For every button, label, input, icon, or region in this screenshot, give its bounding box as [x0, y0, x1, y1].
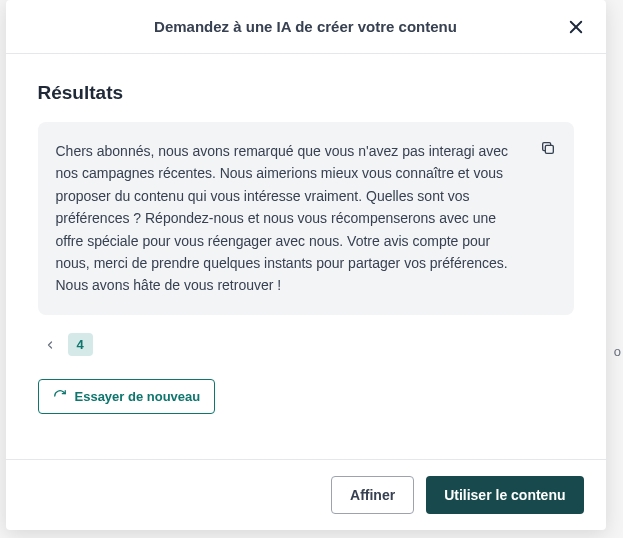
modal-title: Demandez à une IA de créer votre contenu: [154, 18, 457, 35]
refresh-icon: [53, 389, 67, 403]
page-prev-button[interactable]: [38, 333, 62, 357]
result-card: Chers abonnés, nous avons remarqué que v…: [38, 122, 574, 315]
svg-rect-2: [545, 145, 553, 153]
ai-content-modal: Demandez à une IA de créer votre contenu…: [6, 0, 606, 530]
use-content-button[interactable]: Utiliser le contenu: [426, 476, 583, 514]
pagination: 4: [38, 333, 574, 357]
retry-label: Essayer de nouveau: [75, 389, 201, 404]
refine-button[interactable]: Affiner: [331, 476, 414, 514]
copy-icon: [540, 140, 556, 156]
retry-button[interactable]: Essayer de nouveau: [38, 379, 216, 414]
chevron-left-icon: [44, 339, 56, 351]
modal-header: Demandez à une IA de créer votre contenu: [6, 0, 606, 54]
modal-footer: Affiner Utiliser le contenu: [6, 459, 606, 530]
results-heading: Résultats: [38, 82, 574, 104]
modal-body: Résultats Chers abonnés, nous avons rema…: [6, 54, 606, 459]
page-number: 4: [68, 333, 93, 356]
copy-button[interactable]: [536, 136, 560, 160]
close-icon: [567, 18, 585, 36]
result-text: Chers abonnés, nous avons remarqué que v…: [56, 143, 509, 293]
close-button[interactable]: [562, 13, 590, 41]
background-text: o: [614, 344, 621, 359]
